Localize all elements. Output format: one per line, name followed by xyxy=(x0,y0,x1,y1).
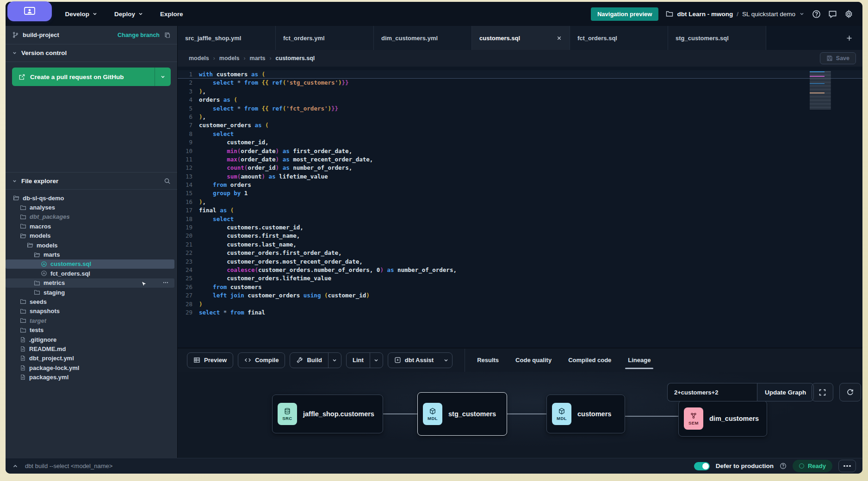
button-label-area[interactable]: dbt Assist xyxy=(388,353,440,368)
compile-button[interactable]: Compile xyxy=(238,352,285,368)
tree-item-label: .gitignore xyxy=(29,336,56,343)
tree-item-marts[interactable]: marts xyxy=(6,250,177,259)
tree-item-snapshots[interactable]: snapshots xyxy=(6,307,177,316)
tree-item-packages-yml[interactable]: packages.yml xyxy=(6,372,177,382)
defer-toggle[interactable] xyxy=(694,462,710,470)
minimap[interactable] xyxy=(810,71,834,109)
save-button[interactable]: Save xyxy=(820,52,856,64)
dropdown-chevron[interactable] xyxy=(370,353,383,368)
row-actions-icon[interactable] xyxy=(162,279,169,287)
folder-icon xyxy=(20,327,26,333)
folder-icon xyxy=(20,298,26,305)
editor-tab[interactable]: fct_orders.sql xyxy=(570,26,668,50)
tree-item-analyses[interactable]: analyses xyxy=(6,203,177,212)
tree-item-staging[interactable]: staging xyxy=(6,288,177,297)
create-pr-main[interactable]: Create a pull request on GitHub xyxy=(12,68,155,86)
dropdown-chevron[interactable] xyxy=(440,353,452,368)
preview-button[interactable]: Preview xyxy=(187,352,233,368)
lineage-node-customers[interactable]: MDLcustomers xyxy=(546,395,625,433)
ready-spinner-icon xyxy=(799,463,804,469)
button-label-area[interactable]: Build xyxy=(290,353,328,368)
nav-menu-explore[interactable]: Explore xyxy=(160,11,183,18)
button-label-area[interactable]: Compile xyxy=(238,353,285,368)
lineage-node-jaffle-shop-customers[interactable]: SRCjaffle_shop.customers xyxy=(272,395,383,433)
tree-item-metrics[interactable]: metrics xyxy=(6,278,174,288)
create-pr-button[interactable]: Create a pull request on GitHub xyxy=(12,68,171,86)
new-tab-button[interactable] xyxy=(836,26,862,50)
search-icon[interactable] xyxy=(164,178,171,185)
tree-item-label: marts xyxy=(43,251,60,258)
change-branch-link[interactable]: Change branch xyxy=(118,32,160,38)
fullscreen-button[interactable] xyxy=(812,383,833,401)
node-type-label: SEM xyxy=(688,420,699,426)
tree-item-db-sl-qs-demo[interactable]: db-sl-qs-demo xyxy=(6,193,177,203)
code-editor[interactable]: 1with customers as (2 select * from {{ r… xyxy=(178,67,862,348)
lint-button[interactable]: Lint xyxy=(346,352,383,368)
editor-tab[interactable]: src_jaffle_shop.yml xyxy=(178,26,276,50)
nav-menu-deploy[interactable]: Deploy xyxy=(114,11,143,18)
tree-item-models[interactable]: models xyxy=(6,231,177,240)
tree-item-label: tests xyxy=(30,327,43,333)
button-label: Lint xyxy=(353,357,364,364)
navigation-preview-button[interactable]: Navigation preview xyxy=(591,7,658,21)
panel-tab-compiled-code[interactable]: Compiled code xyxy=(568,348,611,372)
tree-item-label: metrics xyxy=(43,279,65,286)
editor-tab[interactable]: dim_customers.yml xyxy=(374,26,472,50)
project-selector[interactable]: dbt Learn - mwong / SL quickstart demo xyxy=(666,10,805,18)
lineage-search-input[interactable] xyxy=(667,383,757,401)
panel-tab-lineage[interactable]: Lineage xyxy=(628,348,651,372)
tree-item-seeds[interactable]: seeds xyxy=(6,297,177,306)
tree-item-dbt-packages[interactable]: dbt_packages xyxy=(6,212,177,222)
folder-icon xyxy=(20,317,26,324)
button-label-area[interactable]: Lint xyxy=(347,353,370,368)
command-input[interactable]: dbt build --select <model_name> xyxy=(25,462,112,469)
toggle-knob xyxy=(702,463,709,469)
pr-options-chevron[interactable] xyxy=(155,68,171,86)
chevron-down-icon xyxy=(92,11,98,17)
chevron-up-icon[interactable] xyxy=(12,463,19,469)
copy-icon[interactable] xyxy=(164,32,171,38)
tree-item-readme-md[interactable]: README.md xyxy=(6,344,177,353)
editor-tab[interactable]: customers.sql xyxy=(472,26,570,50)
refresh-button[interactable] xyxy=(839,383,861,401)
lineage-node-stg-customers[interactable]: MDLstg_customers xyxy=(417,392,507,436)
build-button[interactable]: Build xyxy=(290,352,341,368)
breadcrumb-item[interactable]: customers.sql xyxy=(276,55,315,62)
tree-item-models[interactable]: models xyxy=(6,240,177,250)
tab-label: stg_customers.sql xyxy=(676,35,729,42)
editor-tab[interactable]: stg_customers.sql xyxy=(668,26,766,50)
lineage-node-dim-customers[interactable]: SEMdim_customers xyxy=(678,401,767,437)
tree-item-customers-sql[interactable]: customers.sql xyxy=(6,259,174,269)
breadcrumb-item[interactable]: marts xyxy=(250,55,266,62)
panel-tab-results[interactable]: Results xyxy=(477,348,499,372)
tree-item-target[interactable]: target xyxy=(6,316,177,325)
breadcrumb-item[interactable]: models xyxy=(189,55,209,62)
tree-item-tests[interactable]: tests xyxy=(6,325,177,334)
line-number: 7 xyxy=(178,121,199,130)
lineage-canvas[interactable]: SRCjaffle_shop.customersMDLstg_customers… xyxy=(178,372,862,458)
create-pr-label: Create a pull request on GitHub xyxy=(30,74,124,80)
info-icon[interactable] xyxy=(780,462,787,469)
version-control-header[interactable]: Version control xyxy=(6,44,177,62)
update-graph-button[interactable]: Update Graph xyxy=(757,383,814,401)
help-icon[interactable] xyxy=(812,10,821,18)
file-explorer-header[interactable]: File explorer xyxy=(6,172,177,190)
line-number: 13 xyxy=(178,173,199,181)
tree-item-dbt-project-yml[interactable]: dbt_project.yml xyxy=(6,354,177,363)
tree-item--gitignore[interactable]: .gitignore xyxy=(6,335,177,344)
more-options-button[interactable] xyxy=(838,460,856,472)
editor-tab[interactable]: fct_orders.yml xyxy=(276,26,374,50)
dbt-assist-button[interactable]: dbt Assist xyxy=(388,352,453,368)
tree-item-fct-orders-sql[interactable]: fct_orders.sql xyxy=(6,269,177,278)
tree-item-package-lock-yml[interactable]: package-lock.yml xyxy=(6,363,177,372)
semantic-icon xyxy=(690,412,697,419)
button-label-area[interactable]: Preview xyxy=(187,353,233,368)
nav-menu-develop[interactable]: Develop xyxy=(65,11,98,18)
close-tab-icon[interactable] xyxy=(556,35,562,41)
breadcrumb-item[interactable]: models xyxy=(219,55,240,62)
tree-item-macros[interactable]: macros xyxy=(6,222,177,231)
dropdown-chevron[interactable] xyxy=(329,353,341,368)
feedback-icon[interactable] xyxy=(828,10,837,18)
panel-tab-code-quality[interactable]: Code quality xyxy=(515,348,552,372)
settings-gear-icon[interactable] xyxy=(844,10,853,18)
